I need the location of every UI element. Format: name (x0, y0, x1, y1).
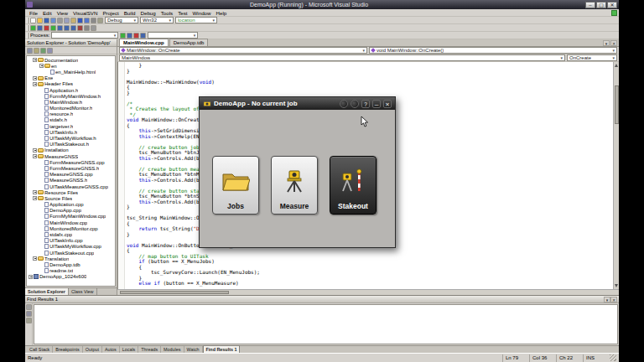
tab-solution-explorer[interactable]: Solution Explorer (25, 288, 69, 295)
dialog-title-bar[interactable]: DemoApp - No current job (200, 97, 395, 110)
expander-icon[interactable] (33, 58, 37, 62)
configuration-combo[interactable]: Debug (105, 17, 138, 23)
tree-item[interactable]: Application.h (27, 87, 115, 93)
immediate-window-icon[interactable] (84, 25, 90, 31)
toolbar-grip[interactable] (27, 33, 29, 39)
close-document-icon[interactable] (610, 40, 617, 46)
menu-item[interactable]: Edit (40, 9, 55, 17)
menu-item[interactable]: View (55, 9, 70, 17)
menu-item[interactable]: File (27, 9, 40, 17)
tab-class-view[interactable]: Class View (69, 288, 97, 295)
tab-demoapp-tdb[interactable]: DemoApp.tdb (169, 39, 209, 46)
tree-item[interactable]: stdafx.h (27, 117, 115, 123)
vertical-scrollbar-thumb[interactable] (615, 85, 619, 124)
bottom-tab[interactable]: Watch (184, 346, 203, 353)
tree-item[interactable]: FormMeasureGNSS.h (27, 165, 115, 171)
tree-item[interactable]: UITaskMeasureGNSS.cpp (27, 184, 115, 189)
types-combo[interactable]: MainWindow::OnCreate (119, 47, 367, 54)
stakeout-button[interactable]: Stakeout (330, 156, 377, 215)
dialog-round-icon-2[interactable] (351, 100, 359, 108)
tree-item[interactable]: en_MainHelp.html (27, 69, 115, 75)
tree-item[interactable]: DemoApp_1024x600 (27, 274, 115, 280)
panel-close-icon[interactable] (610, 297, 617, 303)
expander-icon[interactable] (29, 275, 33, 279)
step-over-icon[interactable] (64, 25, 70, 31)
view-code-icon[interactable] (47, 48, 53, 54)
tree-item[interactable]: MeasureGNSS.h (27, 178, 115, 184)
expander-icon[interactable] (33, 76, 37, 80)
properties-icon[interactable] (27, 48, 33, 54)
tree-item[interactable]: Translation (27, 256, 115, 261)
tree-item[interactable]: MeasureGNSS.cpp (27, 172, 115, 178)
bottom-tab[interactable]: Breakpoints (53, 346, 82, 353)
measure-button[interactable]: Measure (271, 156, 318, 215)
editor-vertical-scrollbar[interactable] (613, 62, 619, 289)
step-into-icon[interactable] (57, 25, 63, 31)
continue-icon[interactable] (120, 33, 126, 39)
save-all-icon[interactable] (50, 18, 56, 23)
menu-item[interactable]: VisualSVN (70, 9, 100, 17)
menu-item[interactable]: Test (175, 9, 190, 17)
expander-icon[interactable] (33, 256, 37, 261)
members-combo[interactable]: void MainWindow::OnCreate() (369, 47, 617, 54)
horizontal-scrollbar-thumb[interactable] (120, 291, 229, 294)
new-file-icon[interactable] (30, 18, 36, 23)
tree-item[interactable]: MainWindow.h (27, 99, 115, 105)
tree-item[interactable]: Installation (27, 147, 115, 153)
tree-item[interactable]: resource.h (27, 111, 115, 117)
panel-options-icon[interactable] (604, 297, 610, 303)
minimize-button[interactable] (585, 2, 595, 8)
tree-item[interactable]: FormMyMainWindow.cpp (27, 214, 115, 220)
tree-item[interactable]: UITaskStakeout.cpp (27, 250, 115, 256)
editor-horizontal-scrollbar[interactable] (117, 289, 619, 295)
find-in-files-icon[interactable] (97, 18, 103, 23)
go-to-location-icon[interactable] (26, 311, 32, 317)
toolbar-grip[interactable] (27, 25, 29, 31)
copy-icon[interactable] (64, 18, 70, 23)
tree-item[interactable]: UITaskMyWorkflow.h (27, 135, 115, 141)
expander-icon[interactable] (33, 148, 37, 153)
dialog-close-button[interactable] (383, 100, 392, 108)
tree-item[interactable]: Source Files (27, 195, 115, 201)
expander-icon[interactable] (33, 196, 37, 200)
tree-item[interactable]: MainWindow.cpp (27, 220, 115, 225)
save-icon[interactable] (44, 18, 49, 23)
class-combo[interactable]: MainWindow (119, 54, 565, 61)
menu-item[interactable]: Tools (158, 9, 175, 17)
tree-item[interactable]: stdafx.cpp (27, 231, 115, 237)
breakpoints-window-icon[interactable] (77, 25, 83, 31)
tree-item[interactable]: UITaskInfo.h (27, 129, 115, 135)
tree-item[interactable]: en (27, 63, 115, 69)
dialog-minimize-button[interactable] (372, 100, 381, 108)
copy-results-icon[interactable] (26, 318, 32, 323)
method-combo[interactable]: OnCreate (567, 54, 617, 61)
menu-item[interactable]: Build (122, 9, 138, 17)
expander-icon[interactable] (33, 154, 37, 158)
bottom-tab[interactable]: Modules (161, 346, 184, 353)
tree-item[interactable]: MeasureGNSS (27, 153, 115, 159)
expander-icon[interactable] (39, 64, 44, 68)
tree-item[interactable]: DemoApp.cpp (27, 208, 115, 214)
tree-item[interactable]: Exe (27, 75, 115, 81)
tree-item[interactable]: targetver.h (27, 123, 115, 129)
bottom-tab[interactable]: Autos (102, 346, 120, 353)
show-all-files-icon[interactable] (34, 48, 39, 54)
tree-item[interactable]: Documentation (27, 57, 115, 63)
scroll-down-icon[interactable] (615, 284, 618, 287)
find-icon[interactable] (91, 18, 96, 23)
tree-item[interactable]: UITaskInfo.cpp (27, 238, 115, 244)
pause-icon[interactable] (127, 33, 132, 39)
cut-icon[interactable] (57, 18, 63, 23)
menu-item[interactable]: Window (190, 9, 214, 17)
step-out-icon[interactable] (70, 25, 76, 31)
find-combo[interactable]: location (175, 17, 217, 23)
output-window-icon[interactable] (91, 25, 96, 31)
refresh-icon[interactable] (40, 48, 46, 54)
tree-item[interactable]: Application.cpp (27, 202, 115, 208)
stop-debug-icon[interactable] (44, 25, 49, 31)
jobs-button[interactable]: Jobs (212, 156, 259, 215)
find-results-content[interactable] (34, 304, 618, 344)
close-button[interactable] (607, 2, 617, 8)
bottom-tab[interactable]: Locals (120, 346, 139, 353)
step-icon[interactable] (140, 33, 146, 39)
